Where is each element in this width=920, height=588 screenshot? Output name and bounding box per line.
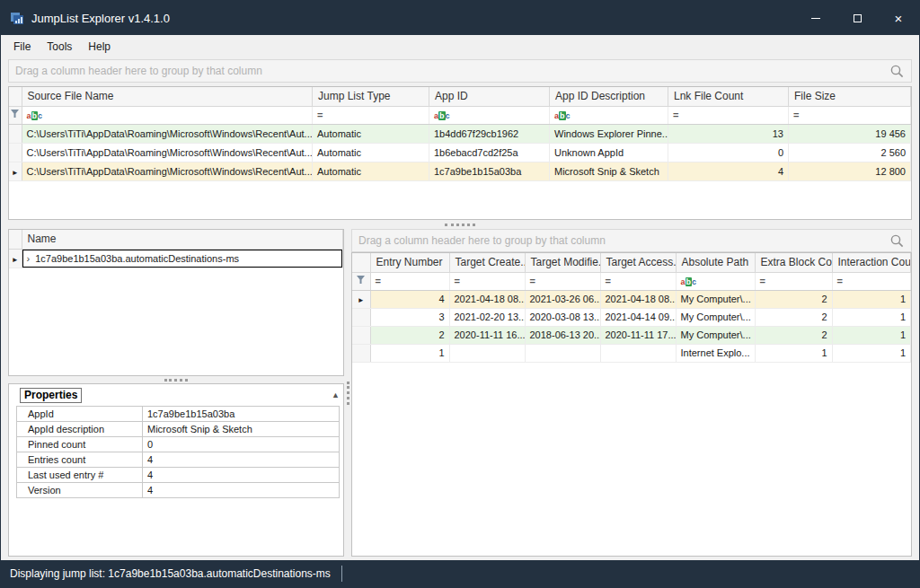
cell-interaction-count[interactable]: 1 <box>832 308 911 326</box>
cell-target-created[interactable]: 2021-04-18 08... <box>449 290 525 308</box>
filter-cell-app-id[interactable]: abc <box>429 106 550 124</box>
cell-extra-block-count[interactable]: 2 <box>755 290 832 308</box>
property-row[interactable]: Entries count 4 <box>17 452 340 468</box>
filter-cell-interaction-count[interactable]: = <box>832 272 911 290</box>
cell-app-id-description[interactable]: Windows Explorer Pinne... <box>550 124 668 143</box>
column-header-target-modified[interactable]: Target Modifie... <box>525 253 600 272</box>
cell-target-modified[interactable]: 2020-03-08 13... <box>525 308 600 326</box>
cell-extra-block-count[interactable]: 2 <box>755 326 832 344</box>
cell-target-accessed[interactable] <box>600 344 676 362</box>
property-row[interactable]: Pinned count 0 <box>17 437 340 452</box>
column-header-file-size[interactable]: File Size <box>789 87 911 106</box>
column-header-source-file-name[interactable]: Source File Name <box>22 87 313 106</box>
cell-target-created[interactable]: 2020-11-11 16... <box>449 326 525 344</box>
menu-help[interactable]: Help <box>80 38 119 56</box>
search-icon[interactable] <box>889 64 905 79</box>
cell-target-modified[interactable]: 2018-06-13 20... <box>525 326 600 344</box>
cell-lnk-file-count[interactable]: 4 <box>668 162 789 180</box>
cell-lnk-file-count[interactable]: 0 <box>668 143 789 162</box>
column-header-name[interactable]: Name <box>22 230 343 249</box>
cell-jump-list-type[interactable]: Automatic <box>313 143 429 162</box>
cell-absolute-path[interactable]: My Computer\... <box>676 326 755 344</box>
cell-jump-list-type[interactable]: Automatic <box>313 124 429 143</box>
cell-target-modified[interactable] <box>525 344 600 362</box>
cell-lnk-file-count[interactable]: 13 <box>668 124 789 143</box>
table-row-selected[interactable]: ► ›1c7a9be1b15a03ba.automaticDestination… <box>9 249 343 268</box>
filter-cell-lnk-file-count[interactable]: = <box>668 106 789 124</box>
column-header-extra-block-count[interactable]: Extra Block Co... <box>755 253 832 272</box>
property-row[interactable]: AppId 1c7a9be1b15a03ba <box>17 407 340 422</box>
column-header-target-accessed[interactable]: Target Access... <box>600 253 676 272</box>
table-row[interactable]: C:\Users\TiTi\AppData\Roaming\Microsoft\… <box>9 143 911 162</box>
column-header-interaction-count[interactable]: Interaction Cou... <box>832 253 911 272</box>
cell-extra-block-count[interactable]: 1 <box>755 344 832 362</box>
filter-cell-target-accessed[interactable]: = <box>600 272 676 290</box>
column-header-jump-list-type[interactable]: Jump List Type <box>313 87 429 106</box>
maximize-button[interactable] <box>836 1 878 35</box>
left-panel-splitter[interactable] <box>8 376 344 383</box>
filter-cell-target-modified[interactable]: = <box>525 272 600 290</box>
cell-app-id[interactable]: 1b4dd67f29cb1962 <box>429 124 550 143</box>
cell-file-size[interactable]: 12 800 <box>789 162 911 180</box>
filter-cell-jump-list-type[interactable]: = <box>313 106 429 124</box>
cell-interaction-count[interactable]: 1 <box>832 290 911 308</box>
cell-entry-number[interactable]: 1 <box>370 344 449 362</box>
search-icon[interactable] <box>889 233 905 249</box>
menu-tools[interactable]: Tools <box>39 38 80 56</box>
horizontal-splitter[interactable] <box>8 220 912 229</box>
filter-cell-source-file-name[interactable]: abc <box>22 106 313 124</box>
cell-app-id-description[interactable]: Unknown AppId <box>550 143 668 162</box>
minimize-button[interactable] <box>795 1 836 35</box>
filter-cell-file-size[interactable]: = <box>789 106 911 124</box>
cell-entry-number[interactable]: 2 <box>370 326 449 344</box>
cell-absolute-path[interactable]: Internet Explo... <box>676 344 755 362</box>
column-header-lnk-file-count[interactable]: Lnk File Count <box>668 87 789 106</box>
cell-app-id-description[interactable]: Microsoft Snip & Sketch <box>550 162 668 180</box>
cell-jump-list-type[interactable]: Automatic <box>313 162 429 180</box>
filter-cell-app-id-description[interactable]: abc <box>550 106 668 124</box>
column-header-absolute-path[interactable]: Absolute Path <box>676 253 755 272</box>
filter-cell-absolute-path[interactable]: abc <box>676 272 755 290</box>
cell-target-modified[interactable]: 2021-03-26 06... <box>525 290 600 308</box>
column-header-entry-number[interactable]: Entry Number <box>370 253 449 272</box>
vertical-splitter[interactable] <box>344 229 351 557</box>
cell-absolute-path[interactable]: My Computer\... <box>676 308 755 326</box>
table-row[interactable]: C:\Users\TiTi\AppData\Roaming\Microsoft\… <box>9 124 911 143</box>
detail-group-panel[interactable]: Drag a column header here to group by th… <box>351 229 912 252</box>
cell-entry-number[interactable]: 4 <box>370 290 449 308</box>
filter-cell-target-created[interactable]: = <box>449 272 525 290</box>
cell-jumplist-name[interactable]: ›1c7a9be1b15a03ba.automaticDestinations-… <box>22 249 343 268</box>
cell-target-created[interactable]: 2021-02-20 13... <box>449 308 525 326</box>
cell-extra-block-count[interactable]: 2 <box>755 308 832 326</box>
cell-app-id[interactable]: 1c7a9be1b15a03ba <box>429 162 550 180</box>
table-row[interactable]: 2 2020-11-11 16... 2018-06-13 20... 2020… <box>352 326 911 344</box>
table-row-selected[interactable]: ► C:\Users\TiTi\AppData\Roaming\Microsof… <box>9 162 911 180</box>
collapse-icon[interactable]: ▲ <box>332 391 340 399</box>
source-group-panel[interactable]: Drag a column header here to group by th… <box>8 59 912 83</box>
property-row[interactable]: Last used entry # 4 <box>17 468 340 483</box>
cell-source-file[interactable]: C:\Users\TiTi\AppData\Roaming\Microsoft\… <box>22 143 313 162</box>
cell-absolute-path[interactable]: My Computer\... <box>676 290 755 308</box>
cell-interaction-count[interactable]: 1 <box>832 344 911 362</box>
cell-target-accessed[interactable]: 2021-04-14 09... <box>600 308 676 326</box>
cell-file-size[interactable]: 2 560 <box>789 143 911 162</box>
cell-target-created[interactable] <box>449 344 525 362</box>
column-header-app-id[interactable]: App ID <box>429 87 550 106</box>
cell-source-file[interactable]: C:\Users\TiTi\AppData\Roaming\Microsoft\… <box>22 124 313 143</box>
cell-source-file[interactable]: C:\Users\TiTi\AppData\Roaming\Microsoft\… <box>22 162 313 180</box>
menu-file[interactable]: File <box>5 38 39 56</box>
close-button[interactable]: × <box>878 1 919 35</box>
property-row[interactable]: Version 4 <box>17 483 340 498</box>
cell-file-size[interactable]: 19 456 <box>789 124 911 143</box>
filter-cell-extra-block-count[interactable]: = <box>755 272 832 290</box>
expand-chevron-icon[interactable]: › <box>27 253 31 264</box>
cell-entry-number[interactable]: 3 <box>370 308 449 326</box>
property-row[interactable]: AppId description Microsoft Snip & Sketc… <box>17 422 340 437</box>
table-row[interactable]: 1 Internet Explo... 1 1 <box>352 344 911 362</box>
table-row-selected[interactable]: ► 4 2021-04-18 08... 2021-03-26 06... 20… <box>352 290 911 308</box>
column-header-target-created[interactable]: Target Create... <box>449 253 525 272</box>
column-header-app-id-description[interactable]: App ID Description <box>550 87 668 106</box>
cell-app-id[interactable]: 1b6ebacd7cd2f25a <box>429 143 550 162</box>
cell-target-accessed[interactable]: 2020-11-11 17... <box>600 326 676 344</box>
cell-target-accessed[interactable]: 2021-04-18 08... <box>600 290 676 308</box>
